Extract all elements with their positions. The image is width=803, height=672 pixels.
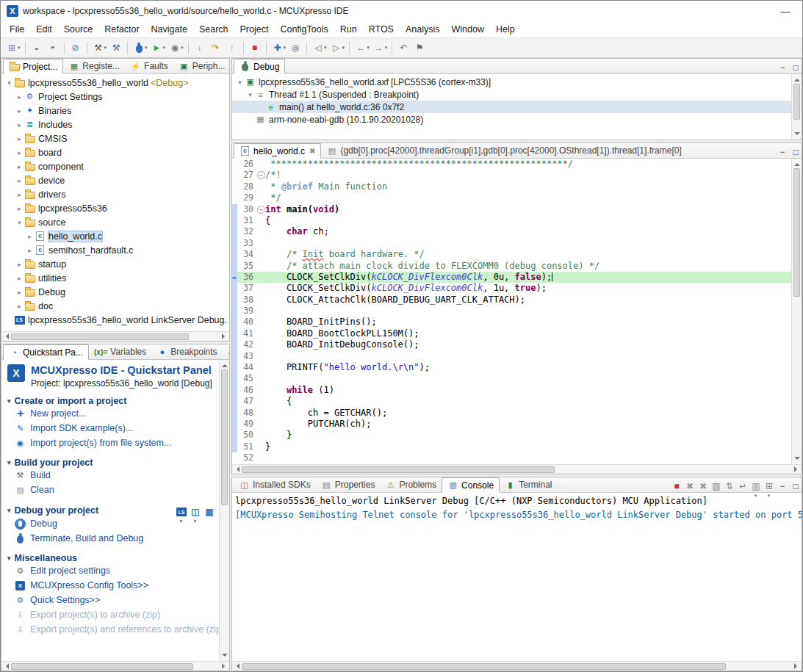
project-hscrollbar[interactable] (1, 331, 229, 341)
expand-arrow-icon[interactable]: ▸ (15, 93, 24, 101)
quickstart-hscrollbar[interactable] (1, 661, 229, 671)
skip-all-breakpoints[interactable]: ⊘ (68, 40, 84, 55)
scroll-left-icon[interactable] (1, 662, 11, 671)
fold-marker-icon[interactable] (256, 170, 265, 181)
project-tab-registe[interactable]: ▦Registe... (63, 59, 125, 73)
expand-arrow-icon[interactable]: ▸ (15, 107, 24, 115)
quickstart-tab-quickstart-pa[interactable]: ◔Quickstart Pa... (3, 344, 89, 360)
code-line-26[interactable]: 26 *************************************… (232, 159, 791, 170)
project-tab-project[interactable]: Project... (3, 59, 63, 74)
maximize-view[interactable]: □ (788, 60, 799, 72)
line-number[interactable]: 33 (237, 238, 256, 249)
profile-dropdown-icon[interactable]: ▾ (181, 45, 184, 51)
project-tree-item[interactable]: ▸semihost_hardfault.c (1, 243, 229, 257)
expand-arrow-icon[interactable]: ▸ (15, 121, 24, 129)
quickstart-action-build[interactable]: ⚒Build (7, 468, 213, 483)
project-tree-item[interactable]: ▸drivers (1, 187, 229, 201)
collapse-arrow-icon[interactable]: ▾ (245, 91, 255, 98)
new-source-file-dropdown-icon[interactable]: ▾ (284, 45, 287, 51)
project-tree-item[interactable]: lpcxpresso55s36_hello_world LinkServer D… (1, 313, 229, 327)
code-line-35[interactable]: 35 /* attach main clock divide to FLEXCO… (232, 261, 791, 272)
forward-dropdown-icon[interactable]: ▾ (385, 45, 388, 51)
project-tree-item[interactable]: ▸utilities (1, 271, 229, 285)
line-number[interactable]: 40 (237, 317, 256, 328)
debug-vscrollbar[interactable] (791, 74, 802, 140)
scroll-right-icon[interactable] (220, 332, 229, 342)
code-line-28[interactable]: 28 * @brief Main function (232, 181, 791, 192)
menu-edit[interactable]: Edit (30, 22, 58, 37)
code-line-40[interactable]: 40 BOARD_InitPins(); (232, 317, 791, 328)
code-line-50[interactable]: 50 } (232, 430, 791, 441)
console-tab-properties[interactable]: ▤Properties (316, 477, 381, 492)
code-line-51[interactable]: 51} (232, 441, 791, 452)
console-hscrollbar[interactable] (232, 661, 802, 671)
code-line-45[interactable]: 45 (232, 373, 791, 384)
line-number[interactable]: 31 (237, 215, 256, 226)
last-edit-location[interactable]: ↶ (395, 40, 411, 55)
build[interactable]: ⚒▾ (90, 40, 109, 55)
quickstart-action-terminate-build-and-debug[interactable]: Terminate, Build and Debug (7, 531, 213, 546)
save[interactable]: ◒ (29, 40, 45, 55)
line-number[interactable]: 49 (237, 419, 256, 430)
console-tab-console[interactable]: ▥Console (442, 477, 500, 493)
probe-select-dropdown-icon[interactable]: ▾ (194, 519, 197, 524)
editor-vscrollbar[interactable] (791, 159, 802, 464)
quickstart-action-quick-settings[interactable]: ⚙Quick Settings>> (7, 593, 213, 607)
line-number[interactable]: 30 (237, 204, 256, 215)
collapse-arrow-icon[interactable]: ▾ (235, 79, 245, 86)
maximize-view[interactable]: □ (788, 479, 799, 491)
menu-configtools[interactable]: ConfigTools (274, 22, 334, 37)
step-return[interactable]: ↑ (224, 40, 240, 55)
code-line-47[interactable]: 47 { (232, 396, 791, 407)
menu-navigate[interactable]: Navigate (145, 22, 193, 37)
code-area[interactable]: 26 *************************************… (232, 159, 791, 464)
code-line-32[interactable]: 32 char ch; (232, 226, 791, 237)
vscroll-thumb[interactable] (793, 168, 800, 297)
build-dropdown-icon[interactable]: ▾ (104, 45, 107, 51)
menu-analysis[interactable]: Analysis (400, 22, 446, 37)
line-number[interactable]: 36 (237, 272, 256, 283)
editor-tab-hello-world-c[interactable]: hello_world.c✖ (234, 143, 321, 159)
project-tree-item[interactable]: ▸Debug (1, 285, 229, 299)
code-line-44[interactable]: 44 PRINTF("hello world.\r\n"); (232, 362, 791, 373)
expand-arrow-icon[interactable]: ▸ (15, 149, 24, 156)
quickstart-action-import-project-s-from-file-system[interactable]: ◉Import project(s) from file system... (7, 436, 213, 450)
vscroll-thumb[interactable] (221, 369, 228, 505)
project-tree-item[interactable]: ▸device (1, 173, 229, 187)
minimize-view[interactable]: − (774, 479, 786, 491)
code-line-46[interactable]: 46 while (1) (232, 385, 791, 396)
quickstart-section-header[interactable]: ▾Miscellaneous (7, 553, 213, 563)
hscroll-thumb[interactable] (242, 466, 555, 473)
line-number[interactable]: 35 (237, 261, 256, 272)
linkserver-select[interactable]: ▾ (173, 505, 185, 516)
line-number[interactable]: 39 (237, 306, 256, 317)
project-tree-item[interactable]: ▸doc (1, 299, 229, 313)
project-tree-item[interactable]: ▾source (1, 215, 229, 229)
code-line-34[interactable]: 34 /* Init board hardware. */ (232, 249, 791, 260)
console-tab-installed-sdks[interactable]: ◫Installed SDKs (234, 477, 316, 492)
project-tree-item[interactable]: ▸board (1, 145, 229, 159)
debug-tree-item[interactable]: ▦arm-none-eabi-gdb (10.1.90.20201028) (232, 113, 791, 126)
line-number[interactable]: 27 (237, 170, 256, 181)
project-tab-periph[interactable]: ▣Periph... (173, 59, 230, 73)
project-tree-item[interactable]: ▸CMSIS (1, 131, 229, 145)
line-number[interactable]: 44 (237, 362, 256, 373)
line-number[interactable]: 41 (237, 328, 256, 339)
menu-refactor[interactable]: Refactor (98, 22, 145, 37)
code-line-41[interactable]: 41 BOARD_BootClockPLL150M(); (232, 328, 791, 339)
next-annotation-dropdown-icon[interactable]: ▾ (342, 45, 345, 51)
debug[interactable]: ▾ (131, 40, 149, 55)
gui-flash-tool[interactable]: ▦ (201, 505, 213, 516)
line-number[interactable]: 37 (237, 283, 256, 294)
code-line-39[interactable]: 39 (232, 306, 791, 317)
project-tree-item[interactable]: ▸✦Binaries (1, 104, 229, 118)
scroll-up-icon[interactable] (220, 360, 229, 369)
project-tree-item[interactable]: ▸component (1, 159, 229, 173)
back-dropdown-icon[interactable]: ▾ (367, 45, 370, 51)
editor-hscrollbar[interactable] (232, 464, 802, 474)
project-tree-item[interactable]: ▸⚙Project Settings (1, 90, 229, 104)
minimize-window-button[interactable]: — (774, 6, 796, 17)
quickstart-section-header[interactable]: ▾Build your project (7, 458, 213, 468)
line-number[interactable]: 46 (237, 385, 256, 396)
line-number[interactable]: 50 (237, 430, 256, 441)
